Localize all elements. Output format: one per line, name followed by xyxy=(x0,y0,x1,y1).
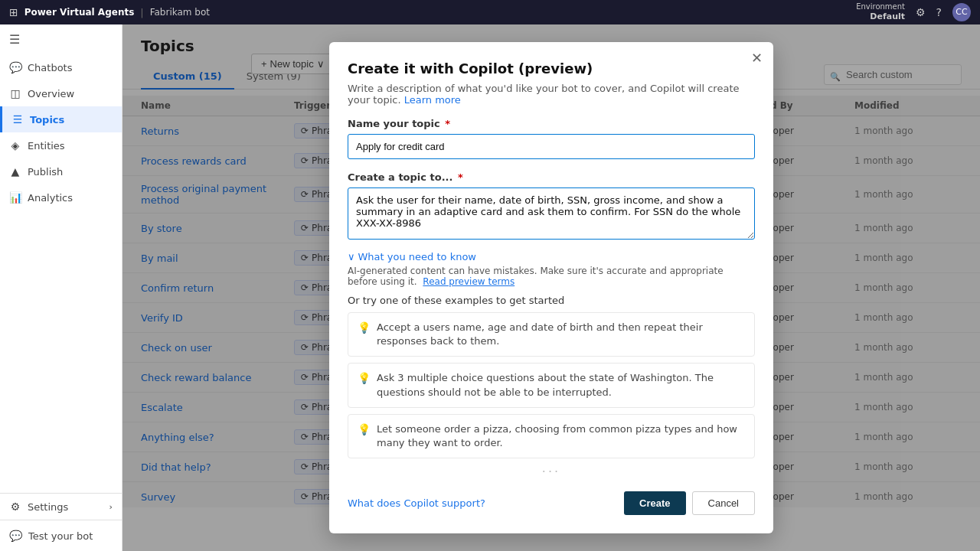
sidebar-label-entities: Entities xyxy=(28,140,65,152)
warning-section: ∨ What you need to know AI-generated con… xyxy=(348,251,755,287)
bot-name: Fabrikam bot xyxy=(150,7,210,18)
copilot-dialog: ✕ Create it with Copilot (preview) Write… xyxy=(329,42,773,533)
app-layout: ☰ 💬 Chatbots ◫ Overview ☰ Topics ◈ Entit… xyxy=(0,24,980,551)
main-content: + New topic ∨ Topics Custom (15) System … xyxy=(122,24,980,551)
sidebar-item-overview[interactable]: ◫ Overview xyxy=(0,80,122,106)
warning-toggle[interactable]: ∨ What you need to know xyxy=(348,251,755,262)
sidebar-item-entities[interactable]: ◈ Entities xyxy=(0,132,122,158)
sidebar-item-publish[interactable]: ▲ Publish xyxy=(0,158,122,184)
sidebar: ☰ 💬 Chatbots ◫ Overview ☰ Topics ◈ Entit… xyxy=(0,24,122,551)
example-text-1: Accept a users name, age and date of bir… xyxy=(377,321,745,348)
topics-icon: ☰ xyxy=(11,113,24,126)
topic-name-input[interactable] xyxy=(348,134,755,159)
sidebar-item-chatbots[interactable]: 💬 Chatbots xyxy=(0,54,122,80)
sidebar-label-chatbots: Chatbots xyxy=(28,62,72,73)
sidebar-label-settings: Settings xyxy=(28,501,68,513)
cancel-button[interactable]: Cancel xyxy=(692,491,755,515)
overview-icon: ◫ xyxy=(9,87,21,99)
sidebar-label-analytics: Analytics xyxy=(28,192,73,204)
lightbulb-icon-3: 💡 xyxy=(358,423,371,435)
lightbulb-icon-2: 💡 xyxy=(358,372,371,384)
scroll-indicator: ··· xyxy=(348,465,755,479)
sidebar-settings-section: ⚙ Settings › xyxy=(0,493,122,520)
settings-icon[interactable]: ⚙ xyxy=(916,6,926,18)
footer-buttons: Create Cancel xyxy=(624,491,755,515)
entities-icon: ◈ xyxy=(9,139,21,152)
analytics-icon: 📊 xyxy=(9,191,21,204)
preview-terms-link[interactable]: Read preview terms xyxy=(423,276,514,287)
sidebar-item-settings[interactable]: ⚙ Settings › xyxy=(0,493,122,520)
name-label: Name your topic * xyxy=(348,118,755,129)
test-bot-button[interactable]: 💬 Test your bot xyxy=(0,520,122,551)
sidebar-toggle[interactable]: ☰ xyxy=(0,24,122,54)
example-text-3: Let someone order a pizza, choosing from… xyxy=(377,422,745,450)
sidebar-label-topics: Topics xyxy=(30,114,64,126)
learn-more-link[interactable]: Learn more xyxy=(404,94,461,106)
settings-chevron-icon: › xyxy=(109,502,113,512)
sidebar-item-analytics[interactable]: 📊 Analytics xyxy=(0,184,122,210)
sidebar-label-overview: Overview xyxy=(28,88,74,99)
example-text-2: Ask 3 multiple choice questions about th… xyxy=(377,371,745,399)
copilot-support-link[interactable]: What does Copilot support? xyxy=(348,497,485,509)
avatar[interactable]: CC xyxy=(952,3,971,21)
warning-text: AI-generated content can have mistakes. … xyxy=(348,266,755,287)
dialog-overlay: ✕ Create it with Copilot (preview) Write… xyxy=(122,24,980,551)
lightbulb-icon-1: 💡 xyxy=(358,321,371,334)
topbar: ⊞ Power Virtual Agents | Fabrikam bot En… xyxy=(0,0,980,24)
sidebar-item-topics[interactable]: ☰ Topics xyxy=(0,106,122,132)
dialog-title: Create it with Copilot (preview) xyxy=(348,60,755,77)
topic-description-input[interactable]: Ask the user for their name, date of bir… xyxy=(348,187,755,240)
publish-icon: ▲ xyxy=(9,165,21,178)
topbar-right: Environment Default ⚙ ? CC xyxy=(856,2,971,22)
warning-toggle-label: What you need to know xyxy=(358,251,476,262)
close-button[interactable]: ✕ xyxy=(751,51,763,65)
grid-icon[interactable]: ⊞ xyxy=(9,6,18,18)
example-item-2[interactable]: 💡 Ask 3 multiple choice questions about … xyxy=(348,363,755,407)
dialog-description: Write a description of what you'd like y… xyxy=(348,83,755,106)
example-item-1[interactable]: 💡 Accept a users name, age and date of b… xyxy=(348,312,755,357)
app-name: Power Virtual Agents xyxy=(24,7,135,18)
chatbots-icon: 💬 xyxy=(9,61,21,73)
dialog-footer: What does Copilot support? Create Cancel xyxy=(348,491,755,515)
settings-nav-icon: ⚙ xyxy=(9,500,21,513)
example-item-3[interactable]: 💡 Let someone order a pizza, choosing fr… xyxy=(348,414,755,458)
test-bot-icon: 💬 xyxy=(9,530,22,542)
sidebar-label-publish: Publish xyxy=(28,166,63,178)
help-icon[interactable]: ? xyxy=(936,6,942,18)
create-button[interactable]: Create xyxy=(624,491,685,515)
environment-info: Environment Default xyxy=(856,2,905,22)
examples-label: Or try one of these examples to get star… xyxy=(348,295,755,306)
test-bot-label: Test your bot xyxy=(28,530,93,542)
topbar-left: ⊞ Power Virtual Agents | Fabrikam bot xyxy=(9,6,210,18)
topic-description-label: Create a topic to... * xyxy=(348,171,755,183)
chevron-down-icon: ∨ xyxy=(348,251,355,262)
